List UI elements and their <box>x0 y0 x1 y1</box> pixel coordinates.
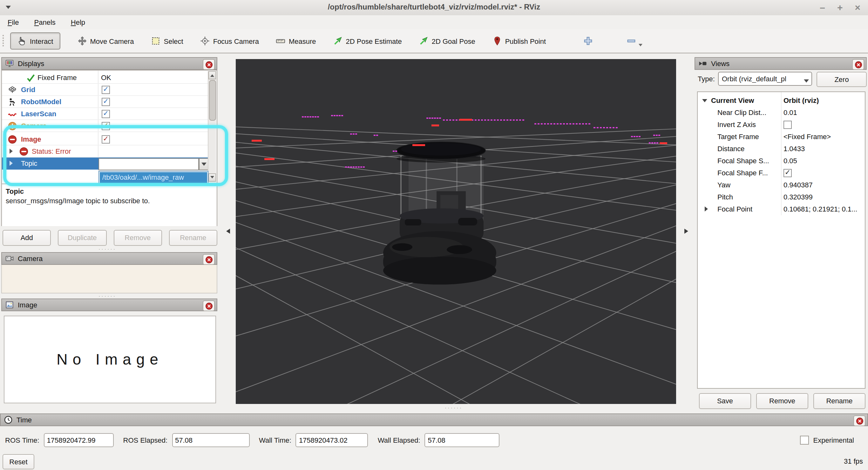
grid-checkbox[interactable]: ✓ <box>102 86 110 94</box>
tool-measure[interactable]: Measure <box>276 36 316 46</box>
warning-icon <box>8 121 17 131</box>
laser-point <box>613 127 615 128</box>
views-row-target-frame[interactable]: Target Frame<Fixed Frame> <box>698 131 864 143</box>
displays-row-camera[interactable]: Camera✓ <box>2 120 209 132</box>
laser-point <box>593 127 595 128</box>
laser-point <box>500 119 502 121</box>
views-row-focal-point[interactable]: Focal Point0.10681; 0.21921; 0.1... <box>698 203 864 215</box>
topic-combobox[interactable] <box>98 158 199 170</box>
views-close-button[interactable] <box>852 59 864 70</box>
tool-interact[interactable]: Interact <box>10 32 60 50</box>
scrollbar-thumb[interactable] <box>209 80 216 121</box>
displays-row-image[interactable]: Image✓ <box>2 133 209 146</box>
displays-row-robotmodel[interactable]: RobotModel✓ <box>2 96 209 108</box>
toolbar: InteractMove CameraSelectFocus CameraMea… <box>0 29 868 53</box>
views-row-near-clip-dist[interactable]: Near Clip Dist...0.01 <box>698 107 864 119</box>
laser-point <box>651 142 653 144</box>
topic-dropdown-item[interactable]: /tb03/oakd/...w/image_raw <box>100 172 207 183</box>
laser-point <box>459 119 462 121</box>
distance-label: Distance <box>717 145 745 152</box>
laser-point <box>503 119 505 121</box>
check-icon <box>26 73 36 83</box>
image-checkbox[interactable]: ✓ <box>102 135 110 144</box>
expand-arrow-icon[interactable] <box>705 207 710 212</box>
image-close-button[interactable] <box>203 301 215 311</box>
displays-row-laserscan[interactable]: LaserScan✓ <box>2 108 209 120</box>
render-viewport-3d[interactable] <box>236 59 676 404</box>
minimize-button[interactable]: – <box>820 0 825 15</box>
maximize-button[interactable]: + <box>837 0 843 15</box>
scroll-down-button[interactable] <box>209 174 216 182</box>
time-close-button[interactable] <box>854 415 865 426</box>
views-row-pitch[interactable]: Pitch0.320399 <box>698 191 864 203</box>
scroll-up-button[interactable] <box>209 71 216 80</box>
rename-view-button[interactable]: Rename <box>813 393 865 409</box>
displays-row-fixed-frame[interactable]: Fixed FrameOK <box>2 72 209 84</box>
remove-view-button[interactable]: Remove <box>756 393 808 409</box>
views-row-invert-z-axis[interactable]: Invert Z Axis <box>698 119 864 131</box>
splitter-handle[interactable]: ······ <box>98 246 116 252</box>
views-row-distance[interactable]: Distance1.0433 <box>698 143 864 155</box>
displays-close-button[interactable] <box>203 59 215 70</box>
views-row-current-view[interactable]: Current ViewOrbit (rviz) <box>698 95 864 107</box>
chevron-down-icon <box>639 44 643 48</box>
laserscan-checkbox[interactable]: ✓ <box>102 110 110 118</box>
displays-icon <box>5 59 14 68</box>
close-window-button[interactable]: × <box>855 0 860 15</box>
tool-select[interactable]: Select <box>151 36 183 46</box>
close-icon <box>205 61 213 68</box>
pose-arrow-icon <box>333 36 343 46</box>
zero-button[interactable]: Zero <box>816 72 867 87</box>
ros-elapsed-input[interactable] <box>172 433 249 447</box>
reset-button[interactable]: Reset <box>3 454 34 469</box>
add-button[interactable]: Add <box>3 230 51 246</box>
toolbar-grip[interactable] <box>3 35 4 48</box>
robotmodel-checkbox[interactable]: ✓ <box>102 98 110 106</box>
tool-2d-pose-estimate[interactable]: 2D Pose Estimate <box>333 36 402 46</box>
fps-counter: 31 fps <box>844 457 863 465</box>
collapse-right-panel-arrow[interactable] <box>684 229 691 234</box>
menu-help[interactable]: Help <box>71 19 85 26</box>
camera-checkbox[interactable]: ✓ <box>102 122 110 130</box>
wall-elapsed-input[interactable] <box>425 433 500 447</box>
invert-z-axis-checkbox[interactable] <box>783 121 792 129</box>
expand-arrow-icon[interactable] <box>9 161 15 166</box>
laser-point <box>606 127 608 128</box>
view-type-combobox[interactable]: Orbit (rviz_default_pl <box>718 72 812 86</box>
menu-file[interactable]: File <box>8 19 19 26</box>
experimental-checkbox[interactable] <box>800 436 809 445</box>
plus-tool-button[interactable] <box>583 36 593 46</box>
displays-row-status-error[interactable]: Status: Error <box>2 146 209 158</box>
tool-2d-goal-pose[interactable]: 2D Goal Pose <box>419 36 475 46</box>
tool-publish-point[interactable]: Publish Point <box>492 36 546 46</box>
ros-time-input[interactable] <box>44 433 114 447</box>
tool-move-camera[interactable]: Move Camera <box>77 36 134 46</box>
views-row-focal-shape-s[interactable]: Focal Shape S...0.05 <box>698 155 864 167</box>
expand-arrow-icon[interactable] <box>9 149 15 154</box>
focus-icon <box>200 36 210 46</box>
displays-scrollbar[interactable] <box>208 71 216 183</box>
splitter-handle[interactable]: ······ <box>445 405 463 411</box>
focal-shape-f-checkbox[interactable]: ✓ <box>783 169 792 177</box>
minus-tool-button[interactable] <box>626 36 636 46</box>
tool-focus-camera[interactable]: Focus Camera <box>200 36 259 46</box>
menu-panels[interactable]: Panels <box>34 19 56 26</box>
camera-close-button[interactable] <box>203 254 215 265</box>
displays-row-grid[interactable]: Grid✓ <box>2 84 209 96</box>
no-image-placeholder: No Image <box>57 351 163 368</box>
views-row-focal-shape-f[interactable]: Focal Shape F...✓ <box>698 167 864 179</box>
collapse-left-panel-arrow[interactable] <box>224 229 230 234</box>
camera-panel-header: Camera <box>1 252 217 265</box>
save-view-button[interactable]: Save <box>699 393 751 409</box>
wall-time-input[interactable] <box>296 433 368 447</box>
expand-arrow-icon[interactable] <box>702 99 707 105</box>
laser-point <box>636 136 638 137</box>
grid-icon <box>8 85 17 95</box>
rename-button: Rename <box>169 230 218 246</box>
laser-point <box>376 135 378 136</box>
laser-point <box>341 115 343 116</box>
close-icon <box>856 417 863 425</box>
laser-point <box>348 166 349 168</box>
pitch-value: 0.320399 <box>783 193 813 201</box>
views-row-yaw[interactable]: Yaw0.940387 <box>698 179 864 191</box>
